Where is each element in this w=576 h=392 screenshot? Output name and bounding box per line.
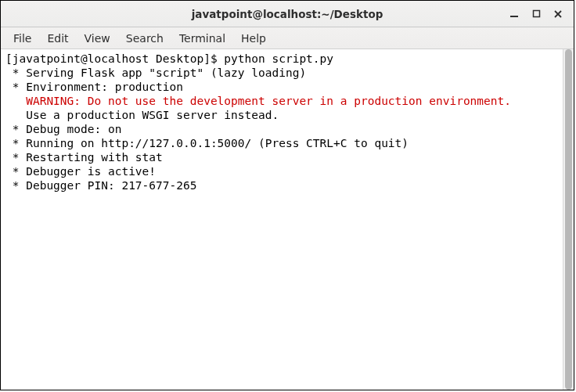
output-line: * Debug mode: on bbox=[5, 123, 121, 135]
output-line: * Running on http://127.0.0.1:5000/ (Pre… bbox=[5, 137, 409, 149]
scrollbar-thumb[interactable] bbox=[565, 49, 572, 390]
command-text: python script.py bbox=[224, 52, 333, 65]
menubar: File Edit View Search Terminal Help bbox=[1, 27, 574, 49]
svg-rect-1 bbox=[533, 11, 539, 17]
window-controls bbox=[503, 4, 569, 24]
terminal-area: [javatpoint@localhost Desktop]$ python s… bbox=[1, 49, 574, 390]
menu-view[interactable]: View bbox=[77, 29, 118, 48]
menu-search[interactable]: Search bbox=[118, 29, 171, 48]
window-title: javatpoint@localhost:~/Desktop bbox=[192, 8, 383, 20]
maximize-button[interactable] bbox=[525, 4, 547, 24]
menu-help[interactable]: Help bbox=[233, 29, 274, 48]
scrollbar[interactable] bbox=[563, 49, 574, 390]
menu-file[interactable]: File bbox=[5, 29, 39, 48]
close-button[interactable] bbox=[547, 4, 569, 24]
output-line: * Restarting with stat bbox=[5, 151, 163, 164]
output-line: * Debugger is active! bbox=[5, 165, 156, 178]
output-warning-line: WARNING: Do not use the development serv… bbox=[5, 95, 511, 107]
output-line: Use a production WSGI server instead. bbox=[5, 109, 279, 121]
output-line: * Serving Flask app "script" (lazy loadi… bbox=[5, 67, 306, 79]
minimize-button[interactable] bbox=[503, 4, 525, 24]
menu-edit[interactable]: Edit bbox=[39, 29, 76, 48]
shell-prompt: [javatpoint@localhost Desktop]$ bbox=[5, 52, 224, 65]
menu-terminal[interactable]: Terminal bbox=[171, 29, 233, 48]
terminal-window: javatpoint@localhost:~/Desktop File Edit… bbox=[0, 0, 574, 390]
output-line: * Environment: production bbox=[5, 81, 183, 93]
terminal-output[interactable]: [javatpoint@localhost Desktop]$ python s… bbox=[1, 49, 563, 390]
titlebar: javatpoint@localhost:~/Desktop bbox=[1, 1, 574, 27]
output-line: * Debugger PIN: 217-677-265 bbox=[5, 179, 196, 192]
